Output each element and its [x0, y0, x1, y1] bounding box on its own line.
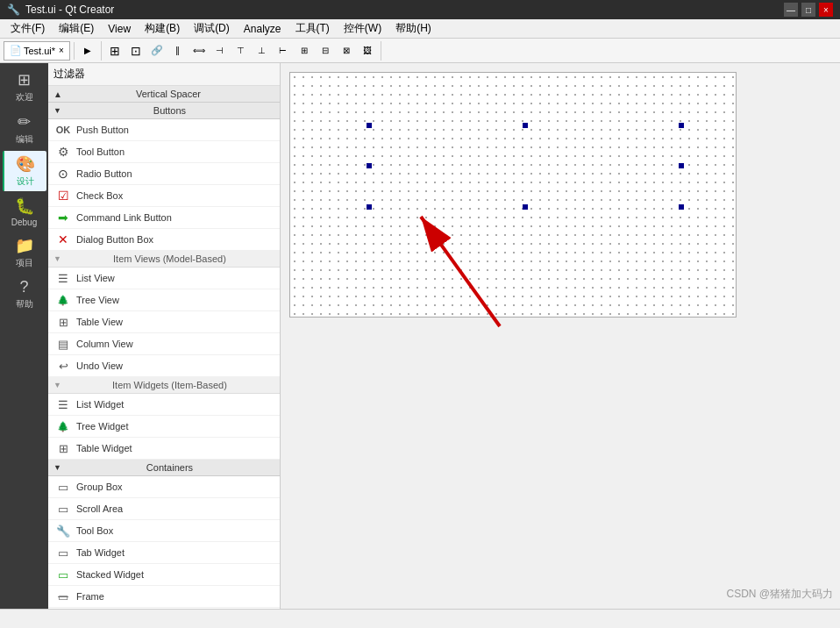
toolbar-file-group: 📄 Test.ui* × ▶: [4, 41, 102, 61]
align-btn-10[interactable]: ⊞: [295, 41, 314, 61]
menu-analyze[interactable]: Analyze: [237, 21, 288, 37]
frame-icon: ▭: [55, 589, 71, 604]
widget-command-link[interactable]: ➡ Command Link Button: [48, 207, 280, 229]
widget-tool-box[interactable]: 🔧 Tool Box: [48, 520, 280, 542]
edit-icon: ✏: [18, 112, 31, 132]
widget-list-view[interactable]: ☰ List View: [48, 268, 280, 289]
tab-testui[interactable]: 📄 Test.ui* ×: [4, 41, 70, 61]
close-button[interactable]: ×: [819, 3, 833, 17]
nav-debug[interactable]: 🐛 Debug: [3, 193, 46, 231]
widget-dialog-button[interactable]: ✕ Dialog Button Box: [48, 229, 280, 251]
welcome-icon: ⊞: [18, 70, 31, 89]
align-btn-8[interactable]: ⊥: [253, 41, 272, 61]
undo-view-icon: ↩: [55, 358, 71, 374]
handle-2: [523, 123, 528, 128]
section-item-views-header[interactable]: ▼ Item Views (Model-Based): [48, 251, 280, 268]
menu-build[interactable]: 构建(B): [138, 19, 187, 38]
nav-projects[interactable]: 📁 项目: [3, 232, 46, 273]
nav-edit[interactable]: ✏ 编辑: [3, 109, 46, 149]
item-widgets-arrow-icon: ▼: [53, 381, 61, 389]
main-layout: ⊞ 欢迎 ✏ 编辑 🎨 设计 🐛 Debug 📁 项目 ? 帮助 过滤器: [0, 63, 840, 609]
table-view-icon: ⊞: [55, 314, 71, 330]
command-link-icon: ➡: [55, 210, 71, 225]
app-icon: 🔧: [7, 4, 20, 16]
align-btn-13[interactable]: 🖼: [358, 41, 377, 61]
design-icon: 🎨: [16, 154, 35, 174]
toolbar: 📄 Test.ui* × ▶ ⊞ ⊡ 🔗 ‖ ⟺ ⊣ ⊤ ⊥ ⊢ ⊞ ⊟ ⊠ 🖼: [0, 39, 840, 63]
widget-check-box[interactable]: ☑ Check Box: [48, 185, 280, 207]
toolbar-align-group: ⊞ ⊡ 🔗 ‖ ⟺ ⊣ ⊤ ⊥ ⊢ ⊞ ⊟ ⊠ 🖼: [105, 41, 381, 61]
minimize-button[interactable]: —: [784, 3, 798, 17]
align-btn-6[interactable]: ⊣: [210, 41, 230, 61]
handle-1: [367, 123, 372, 128]
scroll-up-icon[interactable]: ▲: [53, 89, 62, 99]
widget-list[interactable]: ▲ Vertical Spacer ▼ Buttons OK Push Butt…: [48, 86, 280, 609]
widget-push-button[interactable]: OK Push Button: [48, 119, 280, 141]
push-button-icon: OK: [55, 122, 71, 138]
stacked-widget-icon: ▭: [55, 567, 71, 582]
widget-radio-button[interactable]: ⊙ Radio Button: [48, 163, 280, 185]
filter-bar: 过滤器: [48, 63, 280, 86]
list-widget-icon: ☰: [55, 396, 71, 412]
menu-tools[interactable]: 工具(T): [288, 19, 337, 38]
nav-help[interactable]: ? 帮助: [3, 275, 46, 314]
projects-icon: 📁: [15, 236, 34, 255]
menu-view[interactable]: View: [101, 21, 138, 37]
align-btn-1[interactable]: ⊞: [105, 41, 125, 61]
nav-sidebar: ⊞ 欢迎 ✏ 编辑 🎨 设计 🐛 Debug 📁 项目 ? 帮助: [0, 63, 48, 609]
tree-widget-icon: 🌲: [55, 418, 71, 434]
widget-group-box[interactable]: ▭ Group Box: [48, 476, 280, 498]
widget-tree-widget[interactable]: 🌲 Tree Widget: [48, 416, 280, 438]
watermark: CSDN @猪猪加大码力: [726, 587, 833, 602]
section-containers-header[interactable]: ▼ Containers: [48, 460, 280, 476]
menu-controls[interactable]: 控件(W): [337, 19, 388, 38]
widget-tool-button[interactable]: ⚙ Tool Button: [48, 141, 280, 163]
list-view-icon: ☰: [55, 270, 71, 286]
section-scroll-header[interactable]: ▲ Vertical Spacer: [48, 86, 280, 103]
handle-8: [679, 204, 684, 210]
align-btn-3[interactable]: 🔗: [147, 41, 167, 61]
widget-list-widget[interactable]: ☰ List Widget: [48, 394, 280, 416]
toolbar-btn-1[interactable]: ▶: [78, 41, 97, 61]
section-item-widgets-header[interactable]: ▼ Item Widgets (Item-Based): [48, 377, 280, 394]
menu-help[interactable]: 帮助(H): [388, 19, 438, 38]
tab-close-button[interactable]: ×: [59, 46, 64, 55]
align-btn-2[interactable]: ⊡: [126, 41, 146, 61]
align-btn-4[interactable]: ‖: [168, 41, 188, 61]
design-canvas[interactable]: [289, 72, 737, 318]
widget-table-view[interactable]: ⊞ Table View: [48, 311, 280, 333]
title-text: Test.ui - Qt Creator: [25, 4, 114, 16]
widget-frame[interactable]: ▭ Frame: [48, 586, 280, 608]
buttons-arrow-icon: ▼: [53, 106, 61, 115]
widget-table-widget[interactable]: ⊞ Table Widget: [48, 438, 280, 460]
canvas-container[interactable]: CSDN @猪猪加大码力: [281, 63, 840, 609]
widget-stacked-widget[interactable]: ▭ Stacked Widget: [48, 564, 280, 586]
widget-panel: 过滤器 ▲ Vertical Spacer ▼ Buttons OK Push …: [48, 63, 281, 609]
help-icon: ?: [19, 278, 28, 296]
filter-label: 过滤器: [53, 68, 85, 80]
widget-scroll-area[interactable]: ▭ Scroll Area: [48, 498, 280, 520]
window-controls: — □ ×: [784, 3, 833, 17]
align-btn-11[interactable]: ⊟: [316, 41, 335, 61]
handle-6: [367, 204, 372, 210]
align-btn-5[interactable]: ⟺: [189, 41, 209, 61]
align-btn-7[interactable]: ⊤: [231, 41, 251, 61]
widget-widget[interactable]: ▭ Widget: [48, 608, 280, 609]
menu-file[interactable]: 文件(F): [4, 19, 52, 38]
widget-undo-view[interactable]: ↩ Undo View: [48, 355, 280, 377]
item-views-arrow-icon: ▼: [53, 254, 61, 263]
section-buttons-header[interactable]: ▼ Buttons: [48, 103, 280, 119]
align-btn-9[interactable]: ⊢: [274, 41, 293, 61]
widget-tree-view[interactable]: 🌲 Tree View: [48, 289, 280, 311]
align-btn-12[interactable]: ⊠: [337, 41, 356, 61]
menu-edit[interactable]: 编辑(E): [52, 19, 101, 38]
widget-tab-widget[interactable]: ▭ Tab Widget: [48, 542, 280, 564]
designer-area: CSDN @猪猪加大码力: [281, 63, 840, 609]
menu-debug[interactable]: 调试(D): [187, 19, 237, 38]
nav-design[interactable]: 🎨 设计: [3, 151, 46, 191]
scroll-area-icon: ▭: [55, 501, 71, 517]
widget-column-view[interactable]: ▤ Column View: [48, 333, 280, 355]
maximize-button[interactable]: □: [801, 3, 815, 17]
tab-widget-icon: ▭: [55, 545, 71, 560]
nav-welcome[interactable]: ⊞ 欢迎: [3, 67, 46, 107]
